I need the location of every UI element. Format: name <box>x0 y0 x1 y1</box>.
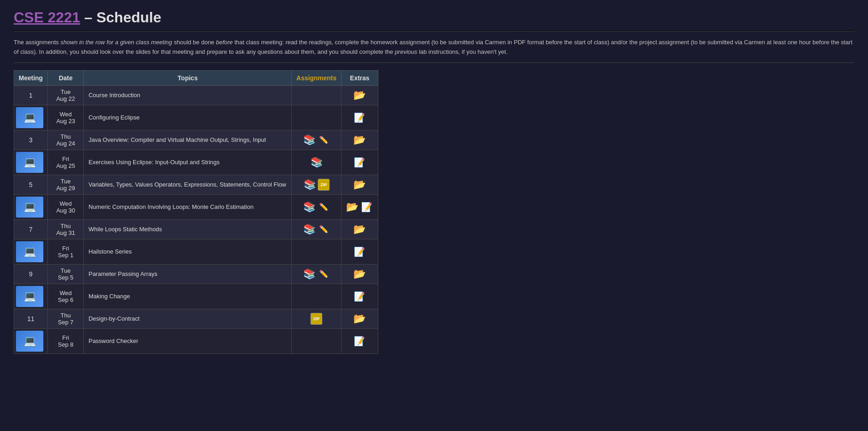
assignments-cell: 📚 <box>292 150 341 175</box>
folder-icon: 📂 <box>353 268 366 280</box>
meeting-number: 7 <box>14 219 48 239</box>
folder-icon: 📂 <box>353 312 366 325</box>
laptop-icon: 💻 <box>16 286 43 307</box>
topic-cell: Variables, Types, Values Operators, Expr… <box>84 175 292 194</box>
topic-cell: Parameter Passing Arrays <box>84 264 292 284</box>
extras-header: Extras <box>341 70 378 85</box>
table-row: 9TueSep 5Parameter Passing Arrays📚✏️📂 <box>14 264 378 284</box>
folder-icon: 📂 <box>353 134 366 146</box>
topic-cell: Hailstone Series <box>84 239 292 264</box>
lab-doc-icon: 📝 <box>353 335 366 348</box>
topic-cell: Design-by-Contract <box>84 309 292 328</box>
laptop-icon: 💻 <box>16 152 43 173</box>
books-icon: 📚 <box>310 156 323 169</box>
extras-cell: 📝 <box>341 105 378 130</box>
assignments-cell: ZIP <box>292 309 341 328</box>
topics-header: Topics <box>84 70 292 85</box>
date-cell: TueAug 22 <box>47 85 83 105</box>
lab-doc-icon: 📝 <box>361 201 373 213</box>
table-row: 💻FriSep 1Hailstone Series📝 <box>14 239 378 264</box>
assignments-header: Assignments <box>292 70 341 85</box>
pencil-icon: ✏️ <box>317 223 330 236</box>
laptop-icon: 💻 <box>16 197 43 218</box>
pencil-icon: ✏️ <box>317 134 330 146</box>
schedule-table: Meeting Date Topics Assignments Extras 1… <box>14 70 378 354</box>
date-cell: ThuAug 24 <box>47 130 83 150</box>
topic-cell: Password Checker <box>84 328 292 353</box>
meeting-number: 9 <box>14 264 48 284</box>
zip-icon: ZIP <box>318 179 330 191</box>
assignments-cell: 📚✏️ <box>292 264 341 284</box>
extras-cell: 📂 <box>341 175 378 194</box>
extras-cell: 📝 <box>341 150 378 175</box>
date-cell: FriSep 8 <box>47 328 83 353</box>
topic-cell: Exercises Using Eclipse: Input-Output an… <box>84 150 292 175</box>
lab-laptop-cell: 💻 <box>14 150 48 175</box>
table-row: 💻FriSep 8Password Checker📝 <box>14 328 378 353</box>
table-row: 💻WedAug 30Numeric Computation Involving … <box>14 194 378 219</box>
course-link[interactable]: CSE 2221 <box>14 9 80 26</box>
table-row: 💻WedAug 23Configuring Eclipse📝 <box>14 105 378 130</box>
date-cell: WedAug 30 <box>47 194 83 219</box>
assignments-cell: 📚✏️ <box>292 194 341 219</box>
pencil-icon: ✏️ <box>317 268 330 280</box>
lab-laptop-cell: 💻 <box>14 105 48 130</box>
assignments-cell <box>292 239 341 264</box>
laptop-icon: 💻 <box>16 241 43 262</box>
date-cell: FriAug 25 <box>47 150 83 175</box>
date-cell: FriSep 1 <box>47 239 83 264</box>
books-icon: 📚 <box>303 201 315 213</box>
date-cell: ThuAug 31 <box>47 219 83 239</box>
lab-laptop-cell: 💻 <box>14 239 48 264</box>
page-title: CSE 2221 – Schedule <box>14 9 854 26</box>
extras-cell: 📝 <box>341 328 378 353</box>
meeting-number: 5 <box>14 175 48 194</box>
date-cell: ThuSep 7 <box>47 309 83 328</box>
laptop-icon: 💻 <box>16 107 43 128</box>
folder-icon: 📂 <box>346 201 359 213</box>
date-header: Date <box>47 70 83 85</box>
topic-cell: Java Overview: Compiler and Virtual Mach… <box>84 130 292 150</box>
assignments-cell <box>292 328 341 353</box>
extras-cell: 📂📝 <box>341 194 378 219</box>
assignments-cell <box>292 105 341 130</box>
lab-doc-icon: 📝 <box>353 111 366 124</box>
extras-cell: 📂 <box>341 130 378 150</box>
folder-icon: 📂 <box>353 178 366 191</box>
topic-cell: Numeric Computation Involving Loops: Mon… <box>84 194 292 219</box>
assignments-cell: 📚✏️ <box>292 130 341 150</box>
topic-cell: Configuring Eclipse <box>84 105 292 130</box>
table-row: 11ThuSep 7Design-by-ContractZIP📂 <box>14 309 378 328</box>
title-suffix: – Schedule <box>80 9 161 26</box>
assignments-cell <box>292 85 341 105</box>
intro-paragraph: The assignments shown in the row for a g… <box>14 38 854 63</box>
lab-doc-icon: 📝 <box>353 290 366 303</box>
extras-cell: 📂 <box>341 309 378 328</box>
table-row: 7ThuAug 31While Loops Static Methods📚✏️📂 <box>14 219 378 239</box>
lab-laptop-cell: 💻 <box>14 328 48 353</box>
date-cell: TueSep 5 <box>47 264 83 284</box>
zip-icon: ZIP <box>310 313 322 325</box>
books-icon: 📚 <box>303 134 315 146</box>
topic-cell: While Loops Static Methods <box>84 219 292 239</box>
extras-cell: 📝 <box>341 284 378 309</box>
books-icon: 📚 <box>303 223 315 236</box>
table-header-row: Meeting Date Topics Assignments Extras <box>14 70 378 85</box>
folder-icon: 📂 <box>353 89 366 102</box>
topic-cell: Course Introduction <box>84 85 292 105</box>
topic-cell: Making Change <box>84 284 292 309</box>
date-cell: WedSep 6 <box>47 284 83 309</box>
meeting-number: 3 <box>14 130 48 150</box>
lab-doc-icon: 📝 <box>353 156 366 169</box>
books-icon: 📚 <box>303 178 316 191</box>
extras-cell: 📂 <box>341 85 378 105</box>
table-row: 💻FriAug 25Exercises Using Eclipse: Input… <box>14 150 378 175</box>
folder-icon: 📂 <box>353 223 366 236</box>
books-icon: 📚 <box>303 268 315 280</box>
lab-laptop-cell: 💻 <box>14 194 48 219</box>
table-row: 1TueAug 22Course Introduction📂 <box>14 85 378 105</box>
table-row: 💻WedSep 6Making Change📝 <box>14 284 378 309</box>
meeting-header: Meeting <box>14 70 48 85</box>
meeting-number: 11 <box>14 309 48 328</box>
extras-cell: 📂 <box>341 219 378 239</box>
